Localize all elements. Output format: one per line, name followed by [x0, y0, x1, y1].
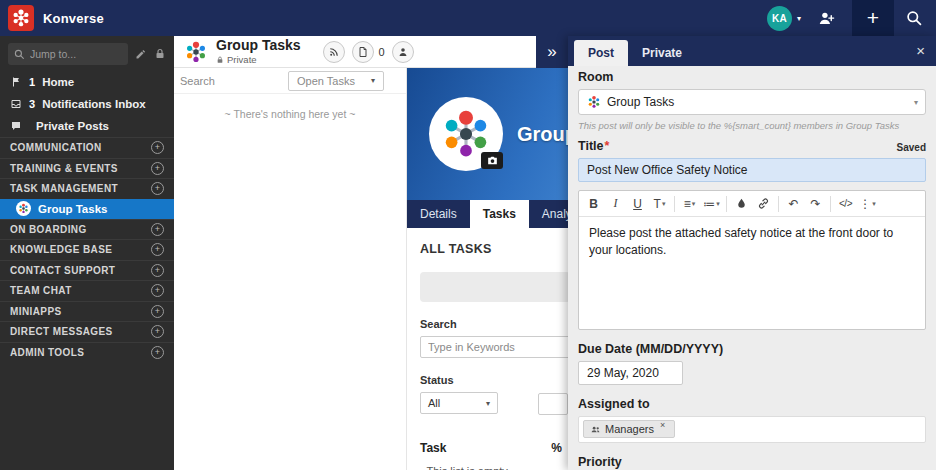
group-titles: Group Tasks Private: [216, 38, 301, 65]
sidebar-item-home[interactable]: 1 Home: [0, 71, 174, 93]
assigned-to-input[interactable]: Managers ×: [578, 416, 926, 443]
add-icon[interactable]: +: [151, 162, 164, 175]
bold-button[interactable]: B: [583, 193, 604, 215]
sidebar-item-notifications-inbox[interactable]: 3 Notifications Inbox: [0, 93, 174, 115]
avatar-caret-icon[interactable]: ▾: [797, 14, 801, 23]
drawer-body: Room Group Tasks ▾ This post will only b…: [568, 66, 936, 470]
toolbar-divider: [674, 196, 675, 212]
expand-button[interactable]: »: [536, 36, 568, 68]
sidebar-section-team-chat[interactable]: TEAM CHAT +: [0, 280, 174, 301]
close-icon[interactable]: ×: [916, 42, 925, 59]
main-panel: Group Tasks Private 0 » Open Tasks ▾ ~ T…: [174, 36, 568, 470]
tab-details[interactable]: Details: [407, 200, 470, 228]
sidebar-section-task-management[interactable]: TASK MANAGEMENT +: [0, 178, 174, 199]
remove-assignee-icon[interactable]: ×: [660, 420, 665, 430]
group-tasks-label: Group Tasks: [38, 203, 107, 215]
toolbar-divider: [830, 196, 831, 212]
link-icon: [757, 197, 770, 210]
user-avatar[interactable]: KA: [767, 6, 792, 31]
konverse-logo[interactable]: [8, 5, 34, 31]
edit-sidebar-icon[interactable]: [135, 48, 147, 60]
chevron-down-icon: ▾: [716, 200, 720, 208]
lock-sidebar-icon[interactable]: [154, 48, 166, 60]
priority-label: Priority: [578, 455, 926, 469]
group-page-column: Group Tasks Details Tasks Analytics ALL …: [407, 68, 568, 470]
insert-link-button[interactable]: [753, 193, 774, 215]
add-icon[interactable]: +: [151, 305, 164, 318]
due-date-input[interactable]: [578, 361, 683, 385]
jump-search[interactable]: [8, 43, 128, 65]
redo-button[interactable]: ↷: [805, 193, 826, 215]
sidebar-item-group-tasks[interactable]: Group Tasks: [0, 199, 174, 219]
change-photo-button[interactable]: [481, 152, 503, 169]
section-label: TRAINING & EVENTS: [10, 163, 118, 174]
list-button[interactable]: ≡▾: [679, 193, 700, 215]
group-avatar: [429, 97, 503, 171]
task-list-search-input[interactable]: [180, 75, 280, 87]
create-button[interactable]: +: [852, 0, 894, 36]
add-icon[interactable]: +: [151, 325, 164, 338]
status-select[interactable]: All ▾: [420, 392, 498, 414]
toolbar-divider: [726, 196, 727, 212]
chevron-down-icon: ▾: [872, 200, 876, 208]
sidebar-section-on-boarding[interactable]: ON BOARDING +: [0, 219, 174, 240]
group-header-actions: 0: [323, 41, 414, 63]
editor-toolbar: B I U T▾ ≡▾ ≔▾ ↶ ↷ </> ⋮▾: [579, 191, 925, 217]
add-icon[interactable]: +: [151, 284, 164, 297]
post-body-editor[interactable]: Please post the attached safety notice a…: [579, 217, 925, 329]
home-badge: 1: [29, 76, 35, 88]
sidebar-section-direct-messages[interactable]: DIRECT MESSAGES +: [0, 321, 174, 342]
sidebar-section-contact-support[interactable]: CONTACT SUPPORT +: [0, 260, 174, 281]
add-icon[interactable]: +: [151, 141, 164, 154]
members-icon[interactable]: [392, 41, 414, 63]
rss-icon[interactable]: [323, 41, 345, 63]
section-label: ADMIN TOOLS: [10, 347, 84, 358]
files-icon[interactable]: [352, 41, 374, 63]
saved-status: Saved: [897, 142, 926, 153]
sidebar-section-miniapps[interactable]: MINIAPPS +: [0, 301, 174, 322]
sidebar-section-training-events[interactable]: TRAINING & EVENTS +: [0, 158, 174, 179]
italic-button[interactable]: I: [605, 193, 626, 215]
text-style-button[interactable]: T▾: [649, 193, 670, 215]
keywords-input[interactable]: [420, 336, 568, 358]
all-tasks-heading: ALL TASKS: [420, 242, 568, 256]
sidebar-section-admin-tools[interactable]: ADMIN TOOLS +: [0, 342, 174, 363]
undo-button[interactable]: ↶: [783, 193, 804, 215]
assigned-to-label: Assigned to: [578, 397, 926, 411]
sidebar-item-private-posts[interactable]: Private Posts: [0, 115, 174, 137]
tab-analytics[interactable]: Analytics: [529, 200, 568, 228]
ordered-list-button[interactable]: ≔▾: [701, 193, 722, 215]
brand-title: Konverse: [43, 11, 104, 26]
status-label: Status: [420, 374, 498, 386]
required-asterisk: *: [604, 139, 609, 153]
add-icon[interactable]: +: [151, 243, 164, 256]
tab-tasks[interactable]: Tasks: [470, 200, 529, 228]
add-person-icon[interactable]: [817, 9, 836, 28]
room-value: Group Tasks: [607, 95, 674, 109]
underline-button[interactable]: U: [627, 193, 648, 215]
tab-private[interactable]: Private: [628, 40, 696, 66]
more-options-button[interactable]: ⋮▾: [857, 193, 878, 215]
group-title: Group Tasks: [216, 38, 301, 53]
post-drawer: Post Private × Room Group Tasks ▾ This p…: [568, 36, 936, 470]
secondary-filter-select[interactable]: [538, 393, 568, 415]
toolbar-divider: [778, 196, 779, 212]
add-icon[interactable]: +: [151, 264, 164, 277]
chat-bubble-icon: [10, 120, 22, 132]
sidebar-section-communication[interactable]: COMMUNICATION +: [0, 137, 174, 158]
code-view-button[interactable]: </>: [835, 193, 856, 215]
add-icon[interactable]: +: [151, 182, 164, 195]
tab-post[interactable]: Post: [574, 40, 628, 66]
open-tasks-select[interactable]: Open Tasks ▾: [288, 71, 384, 91]
title-input[interactable]: [578, 158, 926, 182]
search-icon[interactable]: [906, 10, 923, 27]
rich-text-editor: B I U T▾ ≡▾ ≔▾ ↶ ↷ </> ⋮▾ Please post th…: [578, 190, 926, 330]
add-icon[interactable]: +: [151, 223, 164, 236]
jump-input[interactable]: [30, 48, 122, 60]
room-select[interactable]: Group Tasks ▾: [578, 89, 926, 115]
search-label: Search: [420, 318, 568, 330]
text-color-button[interactable]: [731, 193, 752, 215]
task-list-empty-text: ~ There's nothing here yet ~: [174, 108, 406, 120]
add-icon[interactable]: +: [151, 346, 164, 359]
sidebar-section-knowledge-base[interactable]: KNOWLEDGE BASE +: [0, 239, 174, 260]
